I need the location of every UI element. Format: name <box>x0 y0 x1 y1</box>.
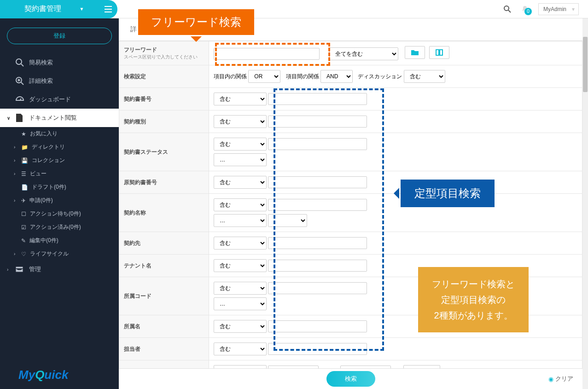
search-button[interactable]: 検索 <box>326 371 375 387</box>
field-label: テナント名 <box>119 255 209 277</box>
field-label: 原契約書番号 <box>119 171 209 194</box>
nav-sub-item[interactable]: ★お気に入り <box>0 127 119 140</box>
nav-document[interactable]: ∨ドキュメント閲覧 <box>0 109 119 127</box>
search-icon[interactable] <box>503 5 512 13</box>
bell-icon[interactable]: 0 <box>521 5 529 13</box>
field-label: 所属名 <box>119 315 209 338</box>
nav-sub-item[interactable]: ☑アクション済み(0件) <box>0 221 119 234</box>
search-icon <box>15 58 24 67</box>
sidebar-admin[interactable]: › 管理 <box>0 261 119 278</box>
chevron-right-icon: › <box>7 267 11 272</box>
nav-sub-item[interactable]: ›✈申請(0件) <box>0 194 119 207</box>
svg-point-0 <box>504 6 509 11</box>
discussion-select[interactable]: 含む <box>404 70 445 83</box>
op-select[interactable]: … <box>214 214 267 227</box>
hamburger-icon[interactable] <box>99 0 117 18</box>
nav-sub-item[interactable]: ›♡ライフサイクル <box>0 247 119 261</box>
svg-point-1 <box>16 59 22 64</box>
op-select[interactable]: 含む <box>214 93 267 105</box>
app-selector[interactable]: 契約書管理 ▼ <box>0 0 108 18</box>
main-content: 詳 フリーワード スペース区切りで入力してください 全てを含む 検索設定 項目内… <box>119 18 582 389</box>
value-input[interactable] <box>268 176 367 188</box>
op-select[interactable]: 含む <box>214 259 267 272</box>
op-select[interactable]: 含む <box>214 138 267 151</box>
value-input[interactable] <box>268 116 367 128</box>
nav-sub-item[interactable]: ✎編集中(0件) <box>0 234 119 247</box>
op-select[interactable]: … <box>214 153 267 166</box>
nav-sub-item[interactable]: ›📁ディレクトリ <box>0 140 119 154</box>
inbox-icon <box>15 266 24 273</box>
between-select[interactable]: AND <box>320 70 353 83</box>
op-select[interactable]: 含む <box>214 237 267 250</box>
nav-plus-search[interactable]: 詳細検索 <box>0 72 119 90</box>
top-bar: 契約書管理 ▼ 0 MyAdmin <box>0 0 588 18</box>
notification-badge: 0 <box>524 8 532 15</box>
freeword-input[interactable] <box>214 48 320 60</box>
scrollbar[interactable] <box>582 18 588 389</box>
value-input[interactable] <box>268 199 367 211</box>
clear-link[interactable]: クリア <box>548 375 573 383</box>
footer-bar: 検索 クリア <box>119 368 582 389</box>
folder-button[interactable] <box>405 46 425 59</box>
callout-summary: フリーワード検索と 定型項目検索の 2種類があります。 <box>418 267 529 332</box>
within-select[interactable]: OR <box>248 70 280 83</box>
op-select[interactable]: 含む <box>214 115 267 128</box>
logo: MyQuick <box>18 368 68 382</box>
field-label: 契約書番号 <box>119 88 209 110</box>
value-input[interactable] <box>268 343 367 355</box>
op-select[interactable]: … <box>214 297 267 310</box>
sidebar: 登録 簡易検索詳細検索ダッシュボード∨ドキュメント閲覧 ★お気に入り›📁ディレク… <box>0 18 119 389</box>
value-input[interactable] <box>268 138 367 150</box>
op-select[interactable]: 含む <box>214 320 267 333</box>
callout-freeword: フリーワード検索 <box>138 9 254 35</box>
op-select[interactable]: 含む <box>214 198 267 211</box>
value-input[interactable] <box>268 260 367 272</box>
nav-sub-item[interactable]: 📄ドラフト(0件) <box>0 180 119 194</box>
field-label: 契約書ステータス <box>119 133 209 171</box>
field-label: 担当者 <box>119 338 209 360</box>
nav-dashboard[interactable]: ダッシュボード <box>0 90 119 109</box>
freeword-match-select[interactable]: 全てを含む <box>329 47 398 60</box>
top-right: 0 MyAdmin <box>503 3 588 15</box>
book-button[interactable] <box>429 46 449 59</box>
nav-sub-item[interactable]: ›💾コレクション <box>0 154 119 167</box>
field-label: 契約種別 <box>119 110 209 133</box>
nav-sub-item[interactable]: ☐アクション待ち(0件) <box>0 207 119 221</box>
value-input[interactable] <box>268 237 367 249</box>
dashboard-icon <box>15 95 24 104</box>
nav-search[interactable]: 簡易検索 <box>0 53 119 72</box>
user-menu[interactable]: MyAdmin <box>538 3 579 15</box>
value-input[interactable] <box>268 93 367 105</box>
field-label: 契約名称 <box>119 194 209 232</box>
document-icon <box>15 113 24 122</box>
scrollbar-thumb[interactable] <box>583 37 588 92</box>
freeword-label: フリーワード スペース区切りで入力してください <box>119 41 209 65</box>
plus-search-icon <box>15 76 24 86</box>
nav-sub-item[interactable]: ›☰ビュー <box>0 167 119 180</box>
chevron-right-icon: ∨ <box>7 116 11 121</box>
op-select[interactable]: 含む <box>214 343 267 355</box>
register-button[interactable]: 登録 <box>7 28 112 44</box>
app-name: 契約書管理 <box>24 4 61 14</box>
chevron-down-icon: ▼ <box>80 6 84 12</box>
callout-fixed: 定型項目検索 <box>401 180 495 207</box>
settings-label: 検索設定 <box>119 65 209 88</box>
op-select[interactable]: 含む <box>214 282 267 295</box>
op-select[interactable]: 含む <box>214 176 267 189</box>
value-input[interactable] <box>268 320 367 332</box>
field-label: 契約先 <box>119 232 209 255</box>
value-select[interactable] <box>268 214 307 227</box>
field-label: 所属コード <box>119 277 209 315</box>
value-input[interactable] <box>268 282 367 294</box>
